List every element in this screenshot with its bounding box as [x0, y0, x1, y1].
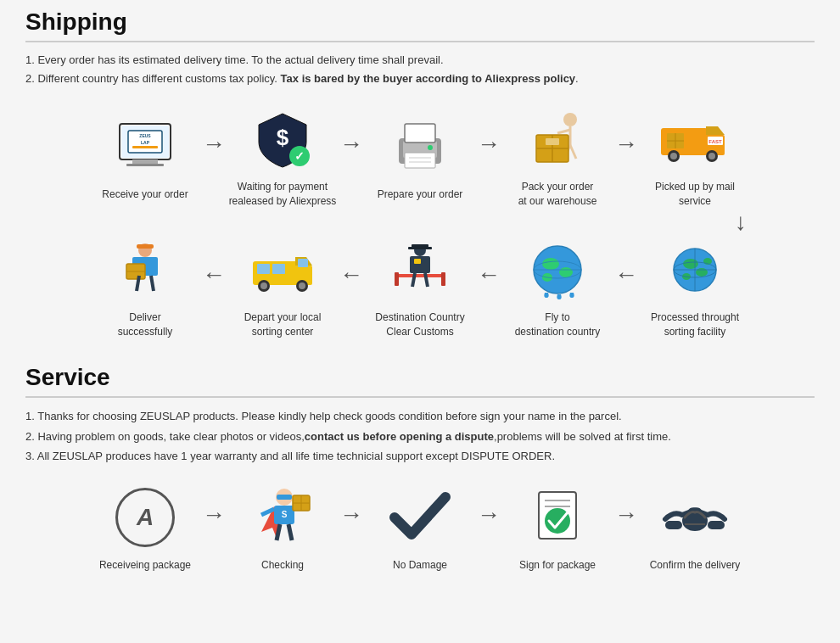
svg-rect-49 — [298, 259, 308, 267]
customs-label: Destination CountryClear Customs — [375, 310, 464, 339]
svg-rect-81 — [277, 495, 292, 500]
service-title: Service — [25, 364, 815, 398]
customs-icon — [382, 236, 458, 304]
arrow1: → — [202, 131, 226, 183]
flow-pickup: FAST Picked up by mail service — [640, 105, 750, 209]
svg-line-22 — [570, 145, 576, 159]
svg-point-33 — [708, 153, 715, 159]
deliver-icon — [107, 236, 183, 304]
svg-line-20 — [557, 130, 570, 133]
deliver-label: Deliversuccessfully — [118, 310, 173, 339]
svg-point-68 — [559, 267, 573, 277]
arrow2: → — [339, 131, 363, 183]
receive-icon: ZEUS LAP — [107, 113, 183, 181]
no-damage-label: No Damage — [393, 558, 447, 573]
shipping-row1: ZEUS LAP Receive your order → $ ✓ — [25, 105, 815, 209]
receive-label: Receive your order — [102, 187, 188, 202]
flow-depart: Depart your localsorting center — [227, 236, 338, 339]
svg-text:FAST: FAST — [708, 139, 722, 144]
receive-pkg-label: Receiveing package — [99, 558, 191, 573]
svg-rect-96 — [665, 521, 682, 529]
svg-text:S: S — [282, 510, 288, 519]
flow-receive: ZEUS LAP Receive your order — [90, 113, 200, 202]
svg-rect-2 — [132, 159, 158, 164]
svg-rect-58 — [408, 247, 432, 249]
flow-no-damage: No Damage — [365, 484, 475, 573]
sign-pkg-icon — [519, 484, 596, 551]
receive-pkg-icon: A — [107, 484, 183, 551]
circle-a-icon: A — [115, 488, 175, 547]
svg-rect-40 — [137, 244, 154, 249]
prepare-label: Prepare your order — [378, 187, 463, 202]
confirm-label: Confirm the delivery — [650, 558, 741, 573]
arrow-l2: ← — [339, 261, 363, 314]
svg-rect-13 — [405, 124, 435, 143]
flow-pack: Pack your orderat our warehouse — [502, 105, 613, 209]
svg-text:$: $ — [277, 125, 289, 150]
checking-label: Checking — [261, 558, 304, 573]
svg-point-53 — [299, 282, 305, 289]
sorting-label: Processed throughtsorting facility — [651, 310, 739, 339]
svg-point-31 — [670, 153, 677, 159]
waiting-icon: $ ✓ — [244, 105, 321, 173]
pack-label: Pack your orderat our warehouse — [518, 180, 597, 209]
arrow-l1: ← — [202, 261, 226, 314]
checking-icon: S — [244, 484, 321, 551]
arrow3: → — [477, 131, 501, 183]
svg-rect-26 — [546, 138, 559, 145]
flow-receive-pkg: A Receiveing package — [90, 484, 200, 573]
flow-customs: Destination CountryClear Customs — [365, 236, 475, 339]
service-notes: 1. Thanks for choosing ZEUSLAP products.… — [25, 406, 815, 466]
flow-prepare: Prepare your order — [365, 113, 475, 202]
svg-rect-61 — [395, 274, 445, 277]
svg-rect-62 — [395, 272, 399, 286]
flow-fly: Fly todestination country — [502, 236, 613, 339]
fly-icon — [519, 236, 596, 304]
arrow-l4: ← — [614, 261, 638, 314]
svg-rect-14 — [405, 153, 435, 168]
svg-rect-3 — [126, 164, 164, 166]
flow-sign-pkg: Sign for package — [502, 484, 613, 573]
svg-rect-97 — [708, 521, 725, 529]
svg-point-51 — [260, 282, 267, 289]
svc-arrow2: → — [339, 501, 363, 554]
arrow-l3: ← — [477, 261, 501, 314]
flow-checking: S Checking — [227, 484, 338, 573]
prepare-icon — [382, 113, 458, 181]
sign-pkg-label: Sign for package — [519, 558, 596, 573]
pickup-icon: FAST — [657, 105, 733, 173]
flow-deliver: Deliversuccessfully — [90, 236, 200, 339]
svg-rect-54 — [257, 264, 270, 274]
svg-rect-55 — [272, 264, 285, 274]
svg-marker-29 — [706, 126, 725, 135]
svc-arrow3: → — [477, 501, 501, 554]
flow-sorting: Processed throughtsorting facility — [640, 236, 750, 339]
svg-point-17 — [428, 145, 433, 150]
depart-icon — [244, 236, 321, 304]
svg-line-45 — [151, 276, 154, 291]
flow-confirm: Confirm the delivery — [640, 484, 750, 573]
svc-arrow1: → — [202, 501, 226, 554]
flow-waiting: $ ✓ Waiting for paymentrealeased by Alie… — [227, 105, 338, 209]
confirm-icon — [657, 484, 733, 551]
arrow-down: ↓ — [51, 210, 789, 234]
svg-text:✓: ✓ — [294, 149, 305, 163]
svg-line-90 — [288, 524, 292, 540]
shipping-row2: Deliversuccessfully ← — [25, 236, 815, 339]
shipping-flow: ZEUS LAP Receive your order → $ ✓ — [25, 105, 815, 338]
no-damage-icon — [382, 484, 458, 551]
svg-rect-60 — [414, 259, 421, 264]
svg-rect-7 — [132, 146, 158, 148]
svg-point-67 — [542, 258, 559, 270]
shipping-notes: 1. Every order has its estimated deliver… — [25, 51, 815, 88]
waiting-label: Waiting for paymentrealeased by Aliexpre… — [229, 180, 337, 209]
svg-point-18 — [563, 113, 577, 126]
pickup-label: Picked up by mail service — [640, 180, 750, 209]
sorting-icon — [657, 236, 733, 304]
service-flow-row: A Receiveing package → S — [25, 484, 815, 573]
depart-label: Depart your localsorting center — [244, 310, 322, 339]
shipping-title: Shipping — [25, 8, 815, 42]
svg-point-73 — [683, 259, 698, 269]
svc-arrow4: → — [614, 501, 638, 554]
arrow4: → — [614, 131, 638, 183]
